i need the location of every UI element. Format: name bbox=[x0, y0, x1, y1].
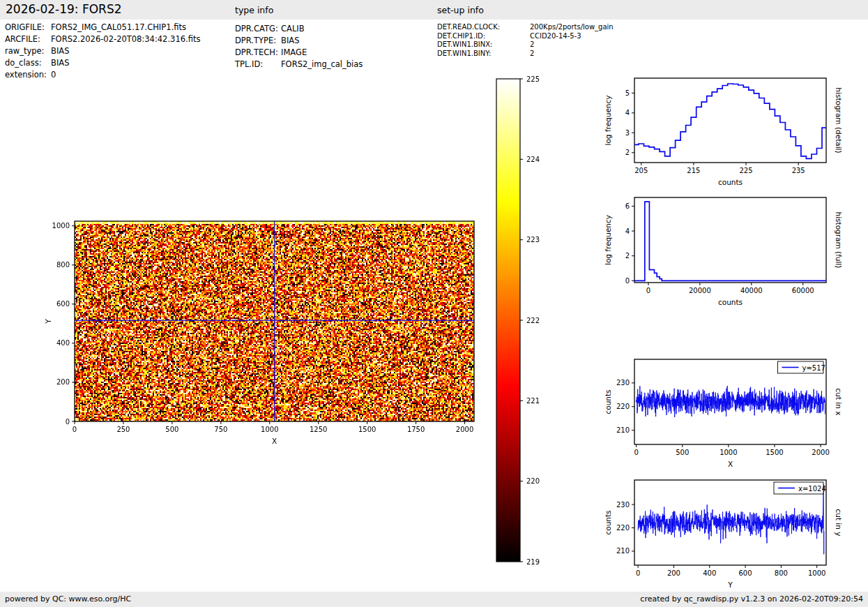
info-value: FORS2_img_cal_bias bbox=[281, 59, 363, 70]
y-axis-label: Y bbox=[44, 319, 52, 324]
x-tick-label: 1000 bbox=[808, 569, 825, 577]
legend: y=517 bbox=[778, 361, 825, 373]
info-value: FORS2.2026-02-20T08:34:42.316.fits bbox=[51, 33, 200, 45]
info-label: extension: bbox=[5, 69, 51, 81]
info-row: ORIGFILE:FORS2_IMG_CAL051.17.CHIP1.fits bbox=[5, 22, 200, 33]
x-tick-label: 800 bbox=[775, 569, 788, 577]
y-axis-label: counts bbox=[604, 510, 612, 534]
x-tick-label: 500 bbox=[676, 449, 689, 456]
type-info-heading: type info bbox=[235, 5, 273, 15]
info-label: TPL.ID: bbox=[235, 59, 281, 70]
info-label: DPR.TYPE: bbox=[235, 35, 281, 47]
info-value: BIAS bbox=[51, 57, 69, 69]
info-row: DET.CHIP1.ID:CCID20-14-5-3 bbox=[437, 32, 614, 41]
info-value: 2 bbox=[530, 50, 534, 59]
x-tick-label: 20000 bbox=[689, 287, 711, 294]
info-label: raw_type: bbox=[5, 45, 51, 57]
y-tick-label: 220 bbox=[616, 524, 630, 532]
page-title: 2026-02-19: FORS2 bbox=[6, 2, 122, 16]
info-label: ARCFILE: bbox=[5, 33, 51, 45]
y-tick-label: 210 bbox=[616, 426, 630, 434]
x-tick-label: 1250 bbox=[310, 426, 327, 433]
x-tick-label: 200 bbox=[667, 569, 680, 577]
y-tick-label: 220 bbox=[616, 403, 630, 410]
info-label: DET.WIN1.BINY: bbox=[437, 50, 530, 59]
file-info-block: ORIGFILE:FORS2_IMG_CAL051.17.CHIP1.fitsA… bbox=[5, 22, 200, 81]
colorbar-tick-label: 225 bbox=[526, 75, 540, 83]
x-tick-label: 250 bbox=[116, 426, 130, 433]
x-tick-label: 1750 bbox=[407, 426, 425, 433]
x-tick-label: 40000 bbox=[740, 287, 763, 294]
info-value: 2 bbox=[530, 40, 534, 50]
y-tick-label: 400 bbox=[56, 339, 70, 347]
setup-info-block: DET.READ.CLOCK:200Kps/2ports/low_gainDET… bbox=[437, 23, 614, 58]
info-label: DPR.CATG: bbox=[235, 23, 281, 35]
info-row: extension:0 bbox=[5, 69, 200, 81]
info-value: 200Kps/2ports/low_gain bbox=[530, 23, 614, 32]
info-row: DPR.TECH:IMAGE bbox=[235, 47, 363, 59]
y-tick-label: 4 bbox=[625, 227, 630, 235]
info-label: DPR.TECH: bbox=[235, 47, 281, 59]
y-tick-label: 6 bbox=[625, 202, 630, 210]
x-tick-label: 0 bbox=[634, 449, 638, 456]
cut-in-x-plot: 0500100015002000210220230Xcountscut in x… bbox=[601, 351, 868, 477]
colorbar-tick-label: 221 bbox=[526, 397, 540, 405]
right-axis-label: cut in x bbox=[835, 388, 843, 415]
y-tick-label: 0 bbox=[625, 277, 630, 285]
x-tick-label: 2000 bbox=[812, 449, 829, 456]
y-tick-label: 1000 bbox=[52, 222, 70, 230]
right-axis-label: histogram (detail) bbox=[835, 87, 843, 153]
x-tick-label: 500 bbox=[165, 426, 178, 433]
x-axis-label: X bbox=[728, 460, 733, 468]
x-tick-label: 2000 bbox=[456, 426, 473, 433]
y-tick-label: 3 bbox=[625, 129, 630, 137]
cut_in_x-signal bbox=[637, 386, 825, 417]
info-row: DPR.TYPE:BIAS bbox=[235, 35, 363, 47]
info-row: DET.WIN1.BINY:2 bbox=[437, 50, 614, 59]
info-value: 0 bbox=[51, 69, 56, 81]
right-axis-label: histogram (full) bbox=[835, 212, 843, 269]
legend-label: y=517 bbox=[802, 364, 825, 372]
info-row: raw_type:BIAS bbox=[5, 45, 200, 57]
info-row: ARCFILE:FORS2.2026-02-20T08:34:42.316.fi… bbox=[5, 33, 200, 45]
y-tick-label: 5 bbox=[625, 89, 630, 97]
info-value: FORS2_IMG_CAL051.17.CHIP1.fits bbox=[51, 22, 186, 33]
info-label: DET.WIN1.BINX: bbox=[437, 40, 530, 50]
colorbar: 219220221222223224225 bbox=[488, 73, 579, 572]
x-tick-label: 600 bbox=[739, 569, 752, 577]
y-tick-label: 4 bbox=[625, 109, 630, 117]
y-tick-label: 2 bbox=[625, 149, 630, 156]
x-tick-label: 1500 bbox=[766, 449, 783, 456]
y-axis-label: log frequency bbox=[604, 95, 612, 145]
x-axis-label: counts bbox=[718, 178, 743, 186]
x-tick-label: 60000 bbox=[792, 287, 814, 294]
x-tick-label: 400 bbox=[703, 569, 716, 577]
x-axis-label: Y bbox=[727, 580, 733, 589]
x-axis-label: counts bbox=[718, 298, 743, 306]
x-tick-label: 225 bbox=[739, 167, 752, 174]
info-value: CALIB bbox=[281, 23, 305, 35]
info-row: DET.WIN1.BINX:2 bbox=[437, 40, 614, 50]
info-value: CCID20-14-5-3 bbox=[530, 32, 581, 41]
main-image-plot: 0250500750100012501500175020000200400600… bbox=[42, 209, 502, 460]
type-info-block: DPR.CATG:CALIBDPR.TYPE:BIASDPR.TECH:IMAG… bbox=[235, 23, 363, 70]
y-tick-label: 210 bbox=[616, 547, 630, 555]
y-tick-label: 200 bbox=[56, 378, 70, 386]
x-tick-label: 0 bbox=[646, 287, 650, 294]
footer-created-by: created by qc_rawdisp.py v1.2.3 on 2026-… bbox=[640, 594, 863, 604]
cut_in_y-signal bbox=[638, 484, 824, 554]
x-tick-label: 1000 bbox=[261, 426, 278, 433]
legend: x=1024 bbox=[774, 482, 826, 494]
info-row: do_class:BIAS bbox=[5, 57, 200, 69]
cut-in-y-plot: 02004006008001000210220230Ycountscut in … bbox=[601, 472, 868, 596]
x-tick-label: 1500 bbox=[358, 426, 376, 433]
x-tick-label: 235 bbox=[792, 167, 805, 174]
info-label: DET.READ.CLOCK: bbox=[437, 23, 530, 32]
info-label: do_class: bbox=[5, 57, 51, 69]
x-tick-label: 1000 bbox=[719, 449, 737, 456]
colorbar-tick-label: 220 bbox=[526, 477, 540, 485]
colorbar-tick-label: 223 bbox=[526, 236, 540, 243]
y-axis-label: counts bbox=[604, 389, 612, 414]
info-label: DET.CHIP1.ID: bbox=[437, 32, 530, 41]
footer-powered-by: powered by QC: www.eso.org/HC bbox=[5, 594, 131, 604]
